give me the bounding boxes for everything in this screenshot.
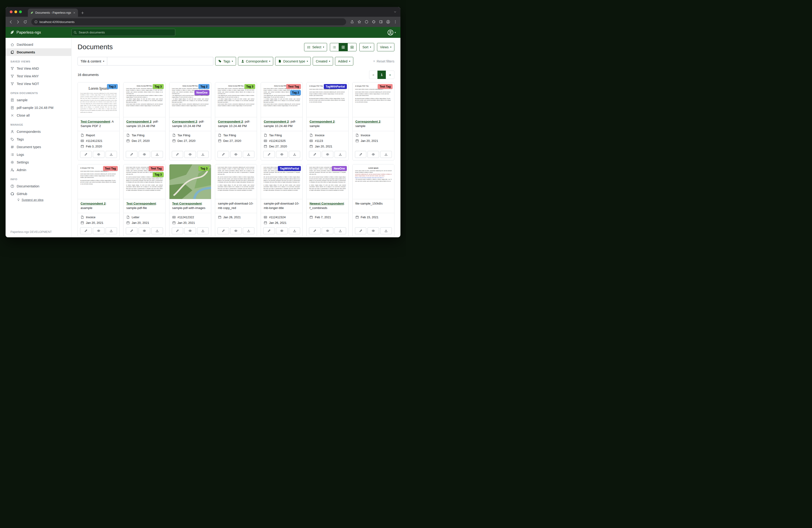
document-type-filter-button[interactable]: Document type ▾: [275, 57, 311, 66]
view-grid-button[interactable]: [339, 43, 348, 51]
tag-badge[interactable]: TagWithPartial: [324, 84, 347, 89]
correspondent-link[interactable]: Correspondent 2: [309, 120, 334, 123]
tag-badge[interactable]: Test Tag: [103, 166, 118, 171]
tab-overview-chevron-icon[interactable]: [393, 10, 397, 13]
edit-button[interactable]: [172, 151, 184, 158]
open-document-pdf-sample-10-24-48-pm[interactable]: pdf-sample 10.24.48 PM: [5, 104, 71, 112]
sidebar-item-dashboard[interactable]: Dashboard: [5, 41, 71, 48]
tag-badge[interactable]: Test Tag: [149, 166, 164, 171]
correspondent-link[interactable]: Correspondent 2: [81, 202, 106, 205]
document-card[interactable]: Adobe Acrobat PDF FilesLorem ipsum dolor…: [169, 82, 211, 160]
download-button[interactable]: [151, 151, 163, 158]
document-thumbnail[interactable]: Lorem ipsumLorem ipsum dolor sit amet, c…: [353, 165, 394, 199]
download-button[interactable]: [334, 151, 346, 158]
pagination-page-1[interactable]: 1: [377, 71, 386, 79]
site-info-icon[interactable]: [34, 20, 38, 24]
view-button[interactable]: [230, 227, 242, 234]
saved-view-test-view-any[interactable]: Test View ANY: [5, 72, 71, 80]
view-button[interactable]: [93, 151, 104, 158]
download-button[interactable]: [243, 151, 255, 158]
document-card[interactable]: Lorem ipsum dolor sit amet, consectetur …: [123, 164, 165, 237]
document-card[interactable]: Lorem IpsumLorem ipsum dolor sit amet, c…: [77, 82, 119, 160]
minimize-window-button[interactable]: [14, 11, 17, 13]
correspondent-filter-button[interactable]: Correspondent ▾: [238, 57, 273, 66]
saved-view-test-view-and[interactable]: Test View AND: [5, 65, 71, 72]
sidebar-item-document-types[interactable]: Document types: [5, 143, 71, 151]
view-button[interactable]: [367, 151, 379, 158]
tag-badge[interactable]: NewOne: [332, 166, 347, 171]
tags-filter-button[interactable]: Tags ▾: [215, 57, 236, 66]
edit-button[interactable]: [80, 227, 92, 234]
edit-button[interactable]: [263, 227, 275, 234]
edit-button[interactable]: [263, 151, 275, 158]
view-button[interactable]: [230, 151, 242, 158]
correspondent-link[interactable]: Test Correspondent: [126, 202, 156, 205]
edit-button[interactable]: [172, 227, 184, 234]
view-button[interactable]: [139, 227, 150, 234]
browser-tab[interactable]: Documents - Paperless-ngx: [28, 9, 78, 17]
download-button[interactable]: [380, 151, 392, 158]
back-button[interactable]: [9, 20, 13, 24]
document-thumbnail[interactable]: Lorem ipsum dolor sit amet, consectetur …: [215, 165, 257, 199]
correspondent-link[interactable]: Correspondent 2: [218, 120, 243, 123]
share-icon[interactable]: [350, 20, 354, 24]
tag-badge[interactable]: Test Tag: [378, 84, 393, 89]
view-button[interactable]: [322, 227, 333, 234]
browser-profile-icon[interactable]: [386, 20, 390, 24]
close-window-button[interactable]: [10, 11, 13, 13]
download-button[interactable]: [106, 227, 117, 234]
download-button[interactable]: [106, 151, 117, 158]
download-button[interactable]: [289, 151, 300, 158]
document-card[interactable]: Adobe Acrobat PDF FilesLorem ipsum dolor…: [123, 82, 165, 160]
tag-badge[interactable]: TagWithPartial: [278, 166, 301, 171]
view-button[interactable]: [184, 227, 196, 234]
sidebar-item-tags[interactable]: Tags: [5, 135, 71, 143]
sidebar-item-logs[interactable]: Logs: [5, 151, 71, 158]
view-button[interactable]: [276, 151, 288, 158]
reset-filters-button[interactable]: × Reset filters: [373, 59, 394, 63]
extensions-icon[interactable]: [372, 20, 376, 24]
side-panel-icon[interactable]: [379, 20, 383, 24]
search-input[interactable]: [72, 29, 175, 36]
added-filter-button[interactable]: Added ▾: [335, 57, 353, 66]
view-button[interactable]: [276, 227, 288, 234]
view-button[interactable]: [139, 151, 150, 158]
pagination-next[interactable]: »: [386, 71, 394, 79]
correspondent-link[interactable]: Newest Correspondent: [309, 202, 344, 205]
view-button[interactable]: [184, 151, 196, 158]
view-button[interactable]: [322, 151, 333, 158]
edit-button[interactable]: [80, 151, 92, 158]
tag-badge[interactable]: Tag 2: [199, 84, 209, 89]
new-tab-button[interactable]: [81, 11, 84, 15]
view-details-button[interactable]: [348, 43, 357, 51]
document-card[interactable]: A Simple PDF FileLorem ipsum dolor sit a…: [306, 82, 348, 160]
view-button[interactable]: [367, 227, 379, 234]
download-button[interactable]: [197, 227, 209, 234]
edit-button[interactable]: [218, 151, 229, 158]
zoom-window-button[interactable]: [19, 11, 22, 13]
browser-menu-icon[interactable]: [393, 20, 397, 24]
edit-button[interactable]: [309, 151, 321, 158]
download-button[interactable]: [243, 227, 255, 234]
tag-badge[interactable]: Test Tag: [286, 84, 301, 89]
correspondent-link[interactable]: Test Correspondent: [81, 120, 110, 123]
sidebar-item-documentation[interactable]: Documentation: [5, 182, 71, 190]
tag-badge[interactable]: Tag 3: [153, 172, 163, 177]
saved-view-test-view-not[interactable]: Test View NOT: [5, 80, 71, 87]
created-filter-button[interactable]: Created ▾: [313, 57, 333, 66]
edit-button[interactable]: [355, 227, 366, 234]
download-button[interactable]: [380, 227, 392, 234]
tag-badge[interactable]: NewOne: [194, 90, 209, 95]
bookmark-star-icon[interactable]: [358, 20, 361, 24]
tag-badge[interactable]: Tag 2: [290, 90, 301, 95]
view-list-button[interactable]: [330, 43, 339, 51]
suggest-idea-link[interactable]: Suggest an idea: [5, 198, 71, 203]
sidebar-item-documents[interactable]: Documents: [5, 48, 71, 56]
edit-button[interactable]: [126, 227, 137, 234]
tag-badge[interactable]: Tag 3: [199, 166, 209, 171]
download-button[interactable]: [197, 151, 209, 158]
document-card[interactable]: A Simple PDF FileLorem ipsum dolor sit a…: [77, 164, 119, 237]
tag-badge[interactable]: Tag 2: [107, 84, 118, 89]
title-content-dropdown[interactable]: Title & content ▾: [77, 57, 107, 66]
correspondent-link[interactable]: Correspondent 2: [264, 120, 289, 123]
